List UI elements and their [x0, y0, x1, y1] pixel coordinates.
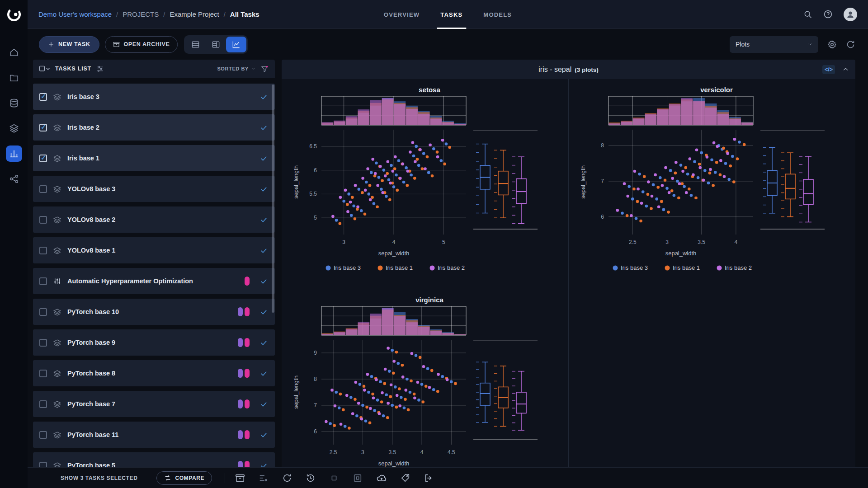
task-status-completed-icon — [260, 124, 268, 131]
add-tag-button[interactable] — [401, 473, 410, 483]
settings-gear-icon[interactable] — [827, 40, 837, 49]
collapse-panel-icon[interactable] — [842, 66, 849, 73]
split-view-icon[interactable] — [206, 37, 226, 52]
archive-button[interactable] — [235, 473, 245, 483]
nav-projects-icon[interactable] — [6, 70, 22, 86]
task-name: Iris base 1 — [67, 155, 244, 162]
tab-tasks[interactable]: TASKS — [440, 0, 462, 29]
tab-overview[interactable]: OVERVIEW — [384, 0, 420, 29]
nav-datasets-icon[interactable] — [6, 95, 22, 111]
task-checkbox[interactable] — [39, 462, 47, 468]
dequeue-button[interactable] — [259, 473, 269, 483]
publish-button[interactable] — [376, 473, 387, 483]
task-checkbox[interactable] — [39, 124, 47, 131]
svg-text:6: 6 — [314, 167, 317, 174]
help-icon[interactable] — [823, 9, 833, 19]
optimizer-type-icon — [53, 277, 61, 286]
task-checkbox[interactable] — [39, 216, 47, 224]
task-row[interactable]: Automatic Hyperparameter Optimization — [33, 268, 275, 294]
task-checkbox[interactable] — [39, 185, 47, 193]
move-to-project-button[interactable] — [424, 473, 434, 483]
task-name: Automatic Hyperparameter Optimization — [67, 277, 239, 285]
task-tag-pill — [238, 399, 243, 408]
reset-button[interactable] — [306, 473, 316, 483]
task-checkbox[interactable] — [39, 308, 47, 316]
subplot-virginica[interactable]: virginica2.533.544.56789sepal_widthsepal… — [282, 289, 569, 467]
tab-models[interactable]: MODELS — [483, 0, 512, 29]
task-checkbox[interactable] — [39, 93, 47, 101]
select-all-checkbox[interactable] — [39, 65, 50, 72]
task-tags — [238, 369, 250, 378]
abort-all-children-button[interactable] — [353, 473, 363, 483]
task-checkbox[interactable] — [39, 431, 47, 439]
svg-text:4: 4 — [392, 239, 396, 245]
search-icon[interactable] — [803, 10, 812, 19]
task-checkbox[interactable] — [39, 370, 47, 377]
task-row[interactable]: YOLOv8 base 3 — [33, 176, 275, 202]
compare-button[interactable]: COMPARE — [156, 471, 212, 485]
nav-reports-icon[interactable] — [6, 145, 22, 162]
main-tabs: OVERVIEW TASKS MODELS — [384, 0, 512, 29]
show-selected-toggle[interactable]: SHOW 3 TASKS SELECTED — [61, 475, 137, 481]
abort-button[interactable] — [329, 473, 339, 483]
customize-columns-icon[interactable] — [96, 65, 104, 73]
task-row[interactable]: PyTorch base 7 — [33, 391, 275, 417]
nav-pipelines-icon[interactable] — [6, 120, 22, 136]
task-row[interactable]: PyTorch base 11 — [33, 422, 275, 448]
task-status-completed-icon — [260, 462, 268, 468]
task-tags — [238, 461, 250, 467]
svg-text:7: 7 — [601, 178, 604, 184]
experiment-type-icon — [53, 216, 61, 224]
nav-dashboard-icon[interactable] — [6, 44, 22, 61]
task-tag-pill — [245, 399, 250, 408]
sorted-by-control[interactable]: SORTED BY — [217, 66, 255, 71]
clearml-logo[interactable] — [5, 5, 23, 23]
metric-variant-select[interactable]: Plots — [730, 36, 818, 53]
chart-view-icon[interactable] — [226, 37, 246, 52]
filter-icon[interactable] — [261, 65, 269, 73]
auto-refresh-icon[interactable] — [846, 40, 855, 49]
main-column: Demo User's workspace / PROJECTS / Examp… — [28, 0, 868, 488]
user-avatar[interactable] — [844, 8, 857, 21]
nav-workers-icon[interactable] — [6, 171, 22, 187]
task-checkbox[interactable] — [39, 400, 47, 408]
breadcrumb-project[interactable]: Example Project — [170, 10, 219, 18]
task-tag-pill — [245, 369, 250, 378]
breadcrumb-projects[interactable]: PROJECTS — [123, 10, 159, 18]
tasks-list-scrollbar[interactable] — [272, 84, 274, 313]
task-row[interactable]: YOLOv8 base 1 — [33, 237, 275, 263]
experiment-type-icon — [53, 338, 61, 347]
task-row[interactable]: PyTorch base 9 — [33, 329, 275, 356]
task-checkbox[interactable] — [39, 155, 47, 162]
footer-actions — [235, 473, 434, 483]
task-tags — [245, 277, 250, 286]
breadcrumb-workspace[interactable]: Demo User's workspace — [38, 10, 112, 18]
task-tag-pill — [245, 461, 250, 467]
task-name: Iris base 2 — [67, 124, 244, 131]
experiment-type-icon — [53, 431, 61, 439]
task-checkbox[interactable] — [39, 339, 47, 347]
table-view-icon[interactable] — [185, 37, 206, 52]
task-row[interactable]: Iris base 1 — [33, 145, 275, 171]
task-row[interactable]: Iris base 3 — [33, 84, 275, 110]
breadcrumb-separator: / — [224, 10, 226, 18]
open-archive-button[interactable]: OPEN ARCHIVE — [105, 36, 178, 53]
task-checkbox[interactable] — [39, 247, 47, 254]
svg-text:3: 3 — [361, 449, 364, 455]
task-checkbox[interactable] — [39, 277, 47, 285]
embed-code-icon[interactable]: </> — [822, 65, 835, 74]
svg-text:4: 4 — [734, 239, 737, 245]
retry-button[interactable] — [282, 473, 292, 483]
new-task-button[interactable]: NEW TASK — [39, 36, 99, 53]
task-row[interactable]: Iris base 2 — [33, 114, 275, 141]
subplot-setosa[interactable]: setosa34555.566.5sepal_widthsepal_length… — [282, 79, 569, 289]
experiment-type-icon — [53, 123, 61, 132]
task-tag-pill — [245, 277, 250, 286]
task-row[interactable]: YOLOv8 base 2 — [33, 206, 275, 233]
task-row[interactable]: PyTorch base 10 — [33, 299, 275, 325]
svg-text:setosa: setosa — [419, 86, 440, 94]
task-row[interactable]: PyTorch base 5 — [33, 452, 275, 467]
task-row[interactable]: PyTorch base 8 — [33, 360, 275, 386]
subplot-versicolor[interactable]: versicolor2.533.54678sepal_widthsepal_le… — [569, 79, 856, 289]
svg-text:3.5: 3.5 — [698, 239, 705, 245]
